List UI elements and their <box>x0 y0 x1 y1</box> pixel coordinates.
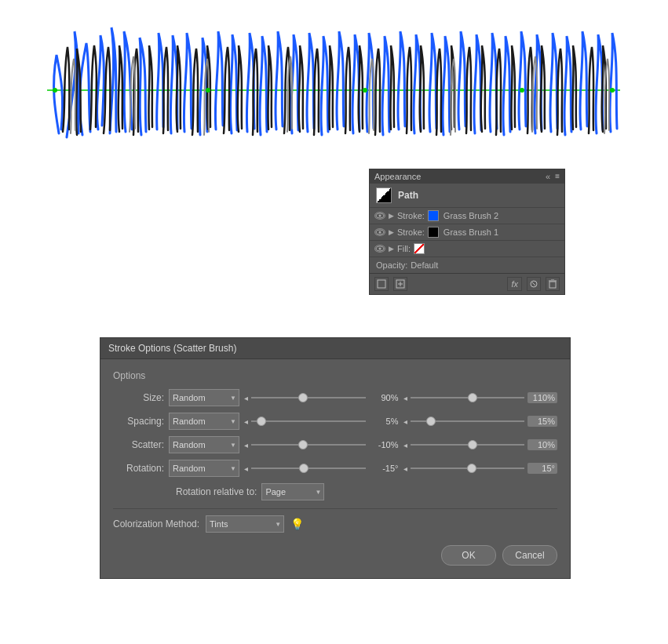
stroke1-name: Grass Brush 2 <box>444 211 498 220</box>
rotation-left-arrow: ◂ <box>244 464 248 473</box>
scatter-left-arrow: ◂ <box>244 441 248 449</box>
clear-btn[interactable] <box>527 277 541 291</box>
svg-point-2 <box>206 88 210 93</box>
colorization-dropdown[interactable]: Tints None Tints and Shades Hue Shift <box>206 515 284 533</box>
divider <box>113 508 557 509</box>
opacity-label: Opacity: <box>376 260 407 270</box>
svg-point-9 <box>379 231 381 234</box>
stroke2-name: Grass Brush 1 <box>444 227 498 237</box>
spacing-left-arrow: ◂ <box>244 417 248 426</box>
path-label: Path <box>398 190 418 201</box>
stroke1-expand[interactable]: ▶ <box>389 212 394 220</box>
appearance-titlebar: Appearance « ≡ <box>370 169 564 184</box>
spacing-row: Spacing: Random Fixed ◂ 5% ◂ 15% <box>113 413 557 430</box>
rotation-relative-dropdown[interactable]: Page Path <box>261 483 324 500</box>
size-dropdown[interactable]: Random Fixed Pressure <box>169 389 239 406</box>
rotation-relative-label: Rotation relative to: <box>176 486 257 497</box>
appearance-title: Appearance <box>374 172 421 181</box>
fill-expand[interactable]: ▶ <box>389 245 394 253</box>
scatter-dropdown[interactable]: Random Fixed <box>169 436 239 453</box>
spacing-min-value: 5% <box>369 417 399 426</box>
size-min-value: 90% <box>369 393 399 402</box>
rotation-max-slider[interactable] <box>411 468 525 469</box>
fill-label: Fill: <box>397 244 411 253</box>
path-icon <box>376 187 392 203</box>
svg-rect-12 <box>378 280 385 288</box>
fx-btn[interactable]: fx <box>507 277 522 291</box>
scatter-label: Scatter: <box>113 439 164 450</box>
titlebar-icons: « ≡ <box>546 172 560 181</box>
scatter-max-value: 10% <box>527 439 557 450</box>
rotation-relative-dropdown-wrap: Page Path <box>261 483 324 500</box>
svg-point-7 <box>379 215 381 217</box>
spacing-slider-left-section: ◂ 5% <box>244 417 399 426</box>
scatter-dropdown-wrap: Random Fixed <box>169 436 239 453</box>
bulb-icon[interactable]: 💡 <box>290 518 304 530</box>
spacing-max-value: 15% <box>527 416 557 427</box>
opacity-value: Default <box>411 260 438 270</box>
add-item-btn[interactable] <box>393 277 407 291</box>
stroke-dialog-title: Stroke Options (Scatter Brush) <box>100 338 570 359</box>
svg-line-17 <box>532 282 535 286</box>
svg-point-3 <box>363 88 367 93</box>
size-min-slider[interactable] <box>251 397 366 398</box>
scatter-min-slider[interactable] <box>251 444 366 446</box>
svg-point-11 <box>379 248 381 250</box>
path-row: Path <box>370 184 564 208</box>
canvas-area <box>0 0 668 165</box>
stroke2-visibility[interactable] <box>374 228 385 236</box>
spacing-dropdown[interactable]: Random Fixed <box>169 413 239 430</box>
rotation-slider-left-section: ◂ -15° <box>244 464 399 473</box>
colorization-dropdown-wrap: Tints None Tints and Shades Hue Shift <box>206 515 284 533</box>
colorization-row: Colorization Method: Tints None Tints an… <box>113 515 557 533</box>
menu-icon[interactable]: ≡ <box>555 172 560 181</box>
delete-btn[interactable] <box>546 277 560 291</box>
appearance-footer: fx <box>370 273 564 294</box>
rotation-row: Rotation: Random Fixed ◂ -15° ◂ 15° <box>113 460 557 477</box>
dialog-buttons: OK Cancel <box>113 542 557 570</box>
new-layer-btn[interactable] <box>374 277 389 291</box>
scatter-slider-right-section: ◂ 10% <box>403 439 558 450</box>
double-arrow-icon[interactable]: « <box>546 172 550 181</box>
rotation-max-value: 15° <box>527 463 557 474</box>
rotation-dropdown-wrap: Random Fixed <box>169 460 239 477</box>
size-row: Size: Random Fixed Pressure ◂ 90% ◂ 110% <box>113 389 557 406</box>
size-slider-right-section: ◂ 110% <box>403 392 558 403</box>
size-left-arrow: ◂ <box>244 394 248 402</box>
fill-visibility[interactable] <box>374 245 385 253</box>
rotation-slider-right-section: ◂ 15° <box>403 463 558 474</box>
spacing-max-slider[interactable] <box>411 420 525 422</box>
rotation-relative-row: Rotation relative to: Page Path <box>113 483 557 500</box>
cancel-button[interactable]: Cancel <box>502 545 557 566</box>
rotation-right-arrow: ◂ <box>403 464 407 473</box>
ok-button[interactable]: OK <box>441 545 496 566</box>
stroke1-color-swatch[interactable] <box>428 210 439 221</box>
stroke1-visibility[interactable] <box>374 212 385 220</box>
stroke2-expand[interactable]: ▶ <box>389 228 394 236</box>
size-label: Size: <box>113 392 164 403</box>
stroke2-color-swatch[interactable] <box>428 227 439 238</box>
scatter-max-slider[interactable] <box>411 444 525 446</box>
spacing-min-slider[interactable] <box>251 420 366 422</box>
size-max-value: 110% <box>527 392 557 403</box>
rotation-min-slider[interactable] <box>251 468 366 469</box>
size-max-slider[interactable] <box>411 397 525 398</box>
size-right-arrow: ◂ <box>403 394 407 402</box>
rotation-dropdown[interactable]: Random Fixed <box>169 460 239 477</box>
options-label: Options <box>113 370 557 381</box>
stroke1-label: Stroke: <box>397 211 425 220</box>
stroke-dialog-content: Options Size: Random Fixed Pressure ◂ 90… <box>100 359 570 578</box>
rotation-label: Rotation: <box>113 463 164 474</box>
size-dropdown-wrap: Random Fixed Pressure <box>169 389 239 406</box>
fill-color-swatch[interactable] <box>414 243 425 254</box>
scatter-slider-left-section: ◂ -10% <box>244 440 399 449</box>
stroke2-label: Stroke: <box>397 227 425 237</box>
svg-point-1 <box>53 88 57 93</box>
scatter-row: Scatter: Random Fixed ◂ -10% ◂ 10% <box>113 436 557 453</box>
size-slider-left-section: ◂ 90% <box>244 393 399 402</box>
spacing-right-arrow: ◂ <box>403 417 407 426</box>
colorization-label: Colorization Method: <box>113 518 199 529</box>
stroke2-row: ▶ Stroke: Grass Brush 1 <box>370 224 564 241</box>
rotation-min-value: -15° <box>369 464 399 473</box>
svg-point-5 <box>610 88 615 93</box>
